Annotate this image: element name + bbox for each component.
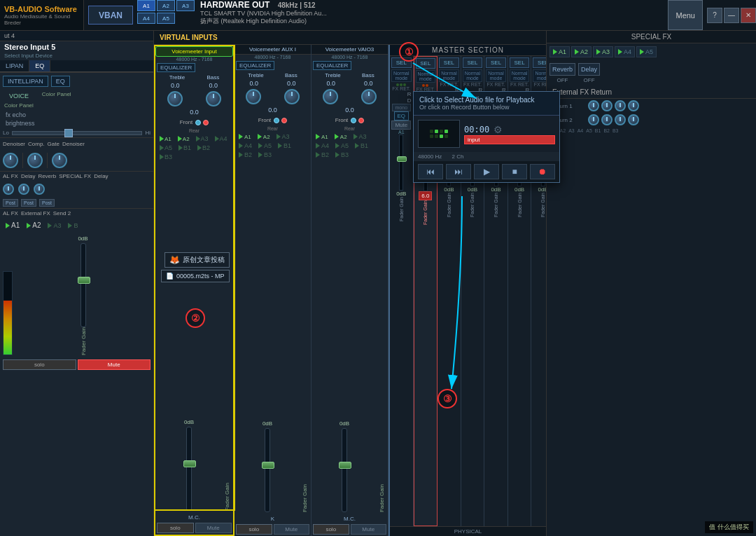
out-a3-ch1[interactable]: A3 [193,135,211,143]
treble-knob-ch1[interactable] [167,91,183,106]
mute-small-a1[interactable]: Mute [391,121,411,130]
return2-knob4[interactable] [628,114,639,125]
out-a2-ch2[interactable]: A2 [255,132,273,141]
mute-btn-ch2[interactable]: Mute [274,524,310,535]
out-a5-ch3[interactable]: A5 [332,142,351,150]
fader-track-ch3[interactable] [342,428,347,512]
ab-btn-a2[interactable]: A2 [157,0,175,11]
fader-thumb-ch1[interactable] [183,460,196,467]
special-fx-knob[interactable] [18,184,29,195]
delay-btn[interactable]: Delay [578,63,600,76]
tab-eq[interactable]: EQ [29,60,50,71]
fader-track-ch2[interactable] [265,428,270,512]
sel-btn-b1[interactable]: SEL [510,57,530,68]
out-b3-ch3[interactable]: B3 [332,151,351,159]
solo-btn-ch3[interactable]: solo [313,524,349,535]
return2-knob3[interactable] [615,114,626,125]
menu-button[interactable]: Menu [668,0,703,30]
record-btn[interactable]: ⏺ [530,164,555,179]
mute-btn-ch3[interactable]: Mute [351,524,387,535]
return1-knob2[interactable] [601,100,612,111]
out-btn-a2-left[interactable]: A2 [24,221,43,230]
ab-btn-a5[interactable]: A5 [157,13,175,24]
sfx-a2[interactable]: A2 [571,46,592,57]
mode-btn-a4[interactable]: Normalmode [463,69,483,82]
next-btn[interactable]: ⏭ [446,164,471,179]
solo-btn-ch2[interactable]: solo [236,524,272,535]
fader-track-a1[interactable] [399,135,403,191]
fader-thumb-left[interactable] [78,277,90,284]
out-a4-ch3[interactable]: A4 [313,142,332,150]
stop-btn[interactable]: ■ [502,164,527,179]
out-a1-ch1[interactable]: A1 [157,135,174,143]
fader-thumb-ch2[interactable] [262,462,274,469]
ab-btn-a4[interactable]: A4 [137,13,155,24]
ab-btn-a1[interactable]: A1 [137,0,155,11]
post-btn-2[interactable]: Post [21,199,36,207]
mute-btn-left[interactable]: Mute [78,359,151,370]
out-b1-ch1[interactable]: B1 [176,144,194,152]
fader-thumb-ch3[interactable] [339,462,351,469]
prev-btn[interactable]: ⏮ [418,164,443,179]
out-a5-ch2[interactable]: A5 [255,142,274,150]
out-a1-ch2[interactable]: A1 [236,132,254,141]
sel-btn-a4[interactable]: SEL [463,57,483,68]
reverb-btn[interactable]: Reverb [550,63,575,76]
sfx-a5[interactable]: A5 [636,46,657,57]
mode-btn-a3[interactable]: Normalmode [439,69,459,82]
sfx-a1[interactable]: A1 [550,46,570,57]
player-msg-line1[interactable]: Click to Select Audio file for Playback [419,96,554,104]
out-b3-ch1[interactable]: B3 [157,153,175,161]
gate-knob[interactable] [27,153,43,168]
out-a2-ch1[interactable]: A2 [175,135,192,143]
delay-knob2[interactable] [34,184,45,195]
mute-btn-ch1[interactable]: Mute [195,523,232,533]
denoiser-knob[interactable] [52,153,67,168]
close-button[interactable]: ✕ [741,8,756,23]
sel-btn-a5[interactable]: SEL [486,57,506,68]
mode-btn-a2[interactable]: Normalmode [416,70,436,83]
fader-track-left[interactable] [80,243,86,327]
out-a3-ch3[interactable]: A3 [351,132,370,141]
mono-btn-a1[interactable]: mono [392,104,412,111]
reverb-knob[interactable] [3,184,14,195]
settings-icon[interactable]: ⚙ [493,124,503,135]
out-btn-b1-left[interactable]: B [65,221,80,230]
minimize-button[interactable]: — [724,8,739,23]
post-btn-1[interactable]: Post [3,199,18,207]
sfx-a4[interactable]: A4 [615,46,635,57]
sfx-a3[interactable]: A3 [593,46,613,57]
out-a4-ch1[interactable]: A4 [212,135,230,143]
sel-btn-b2[interactable]: SEL [533,57,546,68]
return1-knob1[interactable] [588,100,599,111]
out-btn-a3-left[interactable]: A3 [45,221,64,230]
out-a2-ch3[interactable]: A2 [332,132,350,141]
treble-knob-ch3[interactable] [323,89,338,104]
out-b2-ch3[interactable]: B2 [313,151,332,159]
return2-knob2[interactable] [601,114,612,125]
out-b2-ch1[interactable]: B2 [195,144,213,152]
bass-knob-ch3[interactable] [361,89,377,104]
mode-btn-a1[interactable]: Normalmode [391,69,412,82]
out-btn-a1-left[interactable]: A1 [3,221,22,230]
out-b3-ch2[interactable]: B3 [255,151,274,159]
bass-knob-ch2[interactable] [284,89,300,104]
eq-tab-ch2[interactable]: EQUALIZER [236,61,274,70]
out-a1-ch3[interactable]: A1 [313,132,331,141]
out-a5-ch1[interactable]: A5 [157,144,175,152]
lo-hi-slider[interactable] [12,131,143,135]
eq-tab-ch1[interactable]: EQUALIZER [157,63,195,72]
vban-button[interactable]: VBAN [88,6,133,25]
return1-knob3[interactable] [615,100,626,111]
play-btn[interactable]: ▶ [474,164,499,179]
eq-tab-ch3[interactable]: EQUALIZER [313,61,351,70]
help-button[interactable]: ? [707,8,722,23]
fader-thumb-a1[interactable] [397,156,407,162]
mode-btn-a5[interactable]: Normalmode [486,69,506,82]
out-a3-ch2[interactable]: A3 [274,132,293,141]
fader-track-ch1[interactable] [186,427,192,511]
out-a4-ch2[interactable]: A4 [236,142,255,150]
sel-btn-a3[interactable]: SEL [439,57,459,68]
solo-btn-left[interactable]: solo [3,359,76,370]
tab-lipan[interactable]: LIPAN [0,60,29,71]
